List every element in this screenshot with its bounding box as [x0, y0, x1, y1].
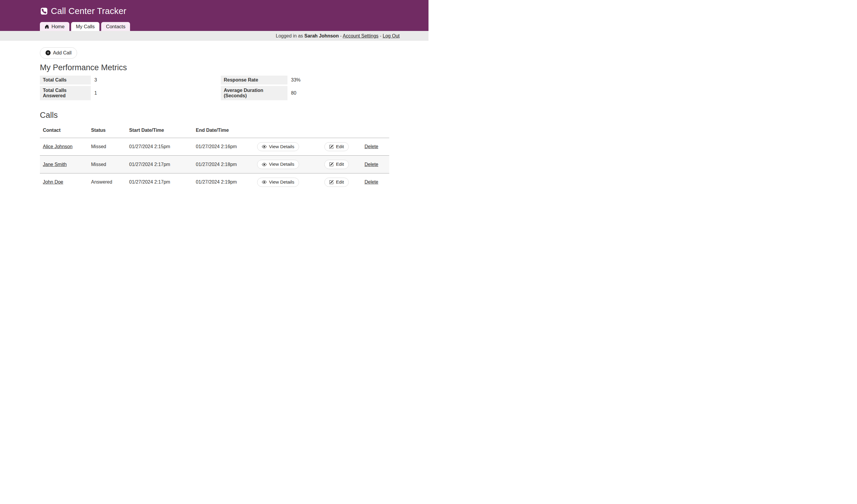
view-details-label: View Details: [269, 144, 294, 150]
brand: Call Center Tracker: [0, 0, 428, 16]
column-actions-spacer: [321, 120, 362, 138]
metric-label-response-rate: Response Rate: [221, 75, 287, 84]
metrics-row: Total Calls Answered 1 Average Duration …: [40, 86, 389, 100]
edit-label: Edit: [336, 144, 344, 150]
edit-label: Edit: [336, 180, 344, 185]
metric-label-avg-duration: Average Duration (Seconds): [221, 86, 287, 100]
calls-table: Contact Status Start Date/Time End Date/…: [40, 120, 389, 191]
call-end: 01/27/2024 2:16pm: [193, 138, 254, 156]
metrics-table: Total Calls 3 Response Rate 33% Total Ca…: [40, 74, 389, 102]
view-details-label: View Details: [269, 162, 294, 167]
column-end: End Date/Time: [193, 120, 254, 138]
view-details-button[interactable]: View Details: [257, 142, 299, 151]
house-icon: [45, 24, 49, 29]
edit-label: Edit: [336, 162, 344, 167]
call-row: Alice Johnson Missed 01/27/2024 2:15pm 0…: [40, 138, 389, 156]
metric-value-avg-duration: 80: [287, 86, 389, 100]
main-nav: Home My Calls Contacts: [40, 22, 130, 31]
delete-link[interactable]: Delete: [365, 162, 378, 167]
contact-link[interactable]: John Doe: [43, 180, 63, 184]
main-content: Add Call My Performance Metrics Total Ca…: [0, 41, 428, 203]
edit-button[interactable]: Edit: [324, 178, 349, 187]
eye-icon: [262, 162, 267, 167]
edit-button[interactable]: Edit: [324, 160, 349, 169]
metric-label-answered: Total Calls Answered: [40, 86, 91, 100]
tab-home[interactable]: Home: [40, 22, 69, 31]
tab-my-calls-label: My Calls: [76, 24, 95, 30]
delete-link[interactable]: Delete: [365, 144, 378, 149]
delete-link[interactable]: Delete: [365, 180, 378, 184]
tab-home-label: Home: [51, 24, 65, 30]
user-name: Sarah Johnson: [304, 33, 339, 38]
call-row: Jane Smith Missed 01/27/2024 2:17pm 01/2…: [40, 156, 389, 173]
tab-contacts[interactable]: Contacts: [101, 22, 130, 31]
logged-in-prefix: Logged in as: [276, 33, 303, 38]
edit-icon: [329, 180, 334, 184]
call-start: 01/27/2024 2:15pm: [126, 138, 193, 156]
add-call-label: Add Call: [53, 50, 71, 56]
column-contact: Contact: [40, 120, 88, 138]
call-start: 01/27/2024 2:17pm: [126, 173, 193, 191]
column-status: Status: [88, 120, 126, 138]
separator: -: [340, 33, 341, 38]
contact-link[interactable]: Jane Smith: [43, 162, 67, 167]
metric-value-answered: 1: [91, 86, 221, 100]
call-status: Missed: [88, 156, 126, 173]
eye-icon: [262, 180, 267, 184]
metrics-row: Total Calls 3 Response Rate 33%: [40, 75, 389, 84]
call-status: Missed: [88, 138, 126, 156]
call-row: John Doe Answered 01/27/2024 2:17pm 01/2…: [40, 173, 389, 191]
column-actions-spacer: [362, 120, 389, 138]
separator: -: [380, 33, 381, 38]
calls-table-header: Contact Status Start Date/Time End Date/…: [40, 120, 389, 138]
user-bar: Logged in as Sarah Johnson - Account Set…: [0, 31, 428, 41]
app-header: Call Center Tracker Home My Calls Contac…: [0, 0, 428, 31]
call-end: 01/27/2024 2:18pm: [193, 156, 254, 173]
tab-my-calls[interactable]: My Calls: [71, 22, 99, 31]
edit-button[interactable]: Edit: [324, 142, 349, 151]
metric-label-total-calls: Total Calls: [40, 75, 91, 84]
contact-link[interactable]: Alice Johnson: [43, 144, 73, 149]
app-title: Call Center Tracker: [51, 6, 127, 16]
edit-icon: [329, 162, 334, 167]
phone-square-icon: [41, 8, 47, 15]
column-actions-spacer: [254, 120, 321, 138]
metric-value-response-rate: 33%: [287, 75, 389, 84]
view-details-label: View Details: [269, 180, 294, 185]
column-start: Start Date/Time: [126, 120, 193, 138]
plus-circle-icon: [46, 50, 51, 55]
log-out-link[interactable]: Log Out: [383, 33, 400, 38]
add-call-button[interactable]: Add Call: [40, 47, 77, 58]
call-status: Answered: [88, 173, 126, 191]
account-settings-link[interactable]: Account Settings: [343, 33, 379, 38]
tab-contacts-label: Contacts: [106, 24, 125, 30]
call-end: 01/27/2024 2:19pm: [193, 173, 254, 191]
calls-heading: Calls: [40, 111, 389, 120]
metric-value-total-calls: 3: [91, 75, 221, 84]
view-details-button[interactable]: View Details: [257, 178, 299, 187]
view-details-button[interactable]: View Details: [257, 160, 299, 169]
eye-icon: [262, 144, 267, 149]
metrics-heading: My Performance Metrics: [40, 63, 389, 72]
edit-icon: [329, 145, 334, 149]
call-start: 01/27/2024 2:17pm: [126, 156, 193, 173]
